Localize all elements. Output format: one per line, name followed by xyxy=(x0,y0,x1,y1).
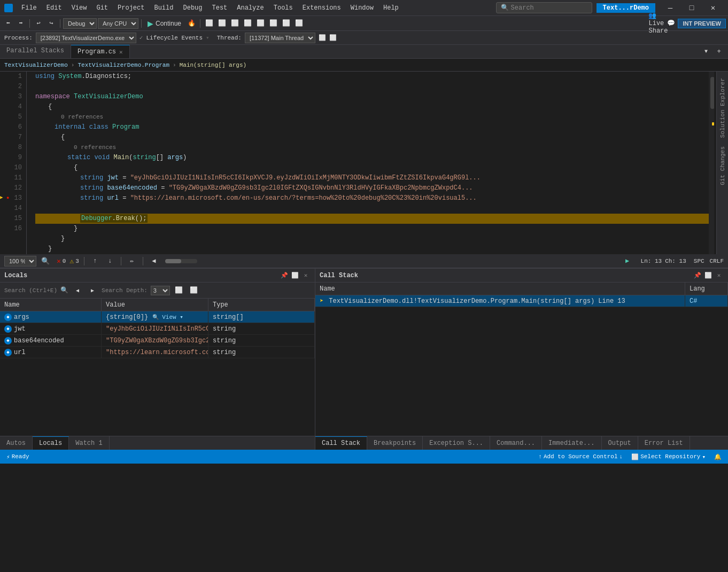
int-preview-button[interactable]: INT PREVIEW xyxy=(678,19,726,28)
nav-down-button[interactable]: ↓ xyxy=(104,255,116,267)
tab-immediate-window[interactable]: Immediate... xyxy=(542,436,601,450)
local-row-jwt[interactable]: ◆ jwt "eyJhbGciOiJIUzI1NiIsInR5cCl... 🔍 … xyxy=(0,323,315,335)
toolbar-btn-3[interactable]: ⬜ xyxy=(229,18,241,29)
platform-select[interactable]: Any CPU xyxy=(98,18,138,29)
tab-parallel-stacks[interactable]: Parallel Stacks xyxy=(0,45,71,58)
locals-depth-select[interactable]: 3 xyxy=(151,286,170,295)
back-button[interactable]: ⬅ xyxy=(2,18,14,29)
new-vertical-tab-group[interactable]: + xyxy=(713,46,725,58)
breadcrumb-namespace[interactable]: TextVisualizerDemo xyxy=(4,62,68,68)
feedback-button[interactable]: 💬 xyxy=(665,18,677,29)
local-value-args: {string[0]} 🔍 View ▾ xyxy=(102,311,208,323)
undo-button[interactable]: ↩ xyxy=(33,18,44,29)
breadcrumb-class[interactable]: TextVisualizerDemo.Program xyxy=(78,62,169,68)
locals-next-result[interactable]: ▶ xyxy=(87,285,98,296)
tab-breakpoints[interactable]: Breakpoints xyxy=(367,436,423,450)
toolbar-btn-1[interactable]: ⬜ xyxy=(203,18,215,29)
git-changes-tab[interactable]: Git Changes xyxy=(718,142,727,190)
code-text-area[interactable]: using System.Diagnostics; namespace Text… xyxy=(27,72,709,254)
forward-button[interactable]: ➡ xyxy=(15,18,27,29)
toolbar-separator-2 xyxy=(60,19,60,28)
gutter-line-2: 2 xyxy=(0,82,22,92)
locals-pin-button[interactable]: 📌 xyxy=(280,271,289,280)
tab-exception-settings[interactable]: Exception S... xyxy=(423,436,490,450)
live-share-button[interactable]: 👥 Live Share xyxy=(652,18,664,29)
menu-file[interactable]: File xyxy=(17,3,41,13)
continue-button[interactable]: ▶ Continue xyxy=(144,18,184,29)
breadcrumb-method[interactable]: Main(string[] args) xyxy=(180,62,246,68)
tab-close-button[interactable]: ✕ xyxy=(119,49,123,56)
toolbar-btn-7[interactable]: ⬜ xyxy=(280,18,292,29)
locals-filter-button[interactable]: ⬜ xyxy=(188,285,200,296)
locals-panel: Locals 📌 ⬜ ✕ Search (Ctrl+E) 🔍 ◀ ▶ Searc… xyxy=(0,269,315,450)
code-line-16: } xyxy=(35,244,709,254)
solution-explorer-tab[interactable]: Solution Explorer xyxy=(718,74,727,142)
status-notifications[interactable]: 🔔 xyxy=(712,450,724,464)
title-search-box[interactable]: 🔍 Search xyxy=(496,2,592,13)
status-ready[interactable]: ⚡ Ready xyxy=(4,450,32,464)
zoom-icon[interactable]: 🔍 xyxy=(40,255,51,267)
locals-move-button[interactable]: ⬜ xyxy=(290,271,300,280)
redo-button[interactable]: ↪ xyxy=(45,18,57,29)
locals-refresh-button[interactable]: ⬜ xyxy=(173,285,185,296)
local-row-base64[interactable]: ◆ base64encoded "TG9yZW0gaXBzdW0gZG9sb3I… xyxy=(0,335,315,347)
toolbar-btn-6[interactable]: ⬜ xyxy=(267,18,279,29)
local-row-url[interactable]: ◆ url "https://learn.microsoft.com/... 🔍… xyxy=(0,347,315,358)
nav-up-button[interactable]: ↑ xyxy=(89,255,101,267)
code-editor[interactable]: 1 2 3 4 5 6 7 8 9 10 11 12 ➤ ● 13 14 15 xyxy=(0,72,709,254)
locals-close-button[interactable]: ✕ xyxy=(301,271,311,280)
hot-reload-button[interactable]: 🔥 xyxy=(185,18,197,29)
menu-project[interactable]: Project xyxy=(113,3,149,13)
play-button[interactable]: ▶ xyxy=(622,255,633,267)
menu-debug[interactable]: Debug xyxy=(179,3,206,13)
menu-analyze[interactable]: Analyze xyxy=(233,3,268,13)
menu-extensions[interactable]: Extensions xyxy=(298,3,345,13)
locals-col-value: Value xyxy=(102,299,208,311)
tab-down-arrow[interactable]: ▼ xyxy=(700,46,712,58)
tab-watch1[interactable]: Watch 1 xyxy=(69,436,109,450)
zoom-select[interactable]: 100 % xyxy=(4,256,36,267)
thread-control-2[interactable]: ⬜ xyxy=(329,34,337,41)
tab-autos[interactable]: Autos xyxy=(0,436,33,450)
menu-window[interactable]: Window xyxy=(346,3,378,13)
call-stack-move-button[interactable]: ⬜ xyxy=(703,271,713,280)
view-btn-args[interactable]: View ▾ xyxy=(162,314,183,320)
toolbar-btn-2[interactable]: ⬜ xyxy=(216,18,228,29)
menu-edit[interactable]: Edit xyxy=(42,3,66,13)
close-button[interactable]: ✕ xyxy=(702,0,724,16)
call-stack-row-0[interactable]: ➤ TextVisualizerDemo.dll!TextVisualizerD… xyxy=(315,295,728,307)
menu-view[interactable]: View xyxy=(67,3,91,13)
maximize-button[interactable]: □ xyxy=(681,0,702,16)
thread-control-1[interactable]: ⬜ xyxy=(319,34,326,41)
status-add-source-control[interactable]: ↑ Add to Source Control ↓ xyxy=(536,450,625,464)
tab-output[interactable]: Output xyxy=(602,436,638,450)
locals-search-label: Search (Ctrl+E) xyxy=(4,287,57,294)
process-select[interactable]: [23892] TextVisualizerDemo.exe xyxy=(36,33,136,43)
toolbar-btn-8[interactable]: ⬜ xyxy=(293,18,305,29)
call-stack-close-button[interactable]: ✕ xyxy=(714,271,724,280)
call-stack-pin-button[interactable]: 📌 xyxy=(693,271,702,280)
thread-select[interactable]: [11372] Main Thread xyxy=(245,33,315,43)
menu-test[interactable]: Test xyxy=(208,3,232,13)
menu-build[interactable]: Build xyxy=(150,3,177,13)
editor-vertical-scrollbar[interactable] xyxy=(709,72,716,254)
menu-tools[interactable]: Tools xyxy=(269,3,297,13)
tab-command-window[interactable]: Command... xyxy=(490,436,542,450)
local-name-jwt: ◆ jwt xyxy=(0,323,102,334)
format-button[interactable]: ✏ xyxy=(126,255,138,267)
tab-program-cs[interactable]: Program.cs ✕ xyxy=(71,45,130,58)
status-select-repository[interactable]: ⬜ Select Repository ▾ xyxy=(629,450,708,464)
tab-call-stack[interactable]: Call Stack xyxy=(315,436,367,450)
tab-error-list[interactable]: Error List xyxy=(638,436,690,450)
scroll-left-button[interactable]: ◀ xyxy=(148,255,160,267)
locals-prev-result[interactable]: ◀ xyxy=(72,285,83,296)
tab-locals[interactable]: Locals xyxy=(33,436,69,450)
menu-git[interactable]: Git xyxy=(92,3,112,13)
content-area: 1 2 3 4 5 6 7 8 9 10 11 12 ➤ ● 13 14 15 xyxy=(0,72,728,450)
menu-help[interactable]: Help xyxy=(379,3,403,13)
local-row-args[interactable]: ◆ args {string[0]} 🔍 View ▾ string[] xyxy=(0,311,315,323)
code-line-15: } xyxy=(35,234,709,244)
toolbar-btn-5[interactable]: ⬜ xyxy=(254,18,266,29)
toolbar-btn-4[interactable]: ⬜ xyxy=(242,18,253,29)
debug-config-select[interactable]: Debug xyxy=(63,18,97,29)
